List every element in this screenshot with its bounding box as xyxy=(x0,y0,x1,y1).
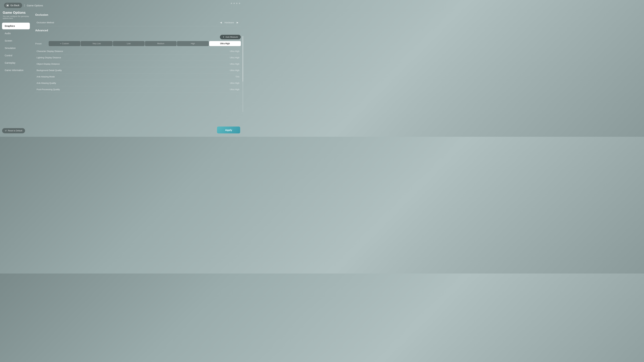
preset-very-low-button[interactable]: Very Low xyxy=(81,41,112,46)
character-display-value: Ultra High xyxy=(230,50,240,52)
edit-icon: ✏ xyxy=(60,43,62,44)
sidebar-item-screen[interactable]: Screen xyxy=(2,37,30,44)
apply-label: Apply xyxy=(225,129,232,131)
preset-medium-label: Medium xyxy=(157,42,164,45)
object-display-value: Ultra High xyxy=(230,63,240,65)
scroll-thumb xyxy=(242,36,243,82)
preset-high-button[interactable]: High xyxy=(177,41,209,46)
preset-row: Preset ✏ Custom Very Low Low Medium xyxy=(35,41,241,46)
occlusion-method-next-button[interactable]: ▶ xyxy=(236,21,240,24)
occlusion-section-header: Occlusion xyxy=(35,13,241,17)
background-detail-value: Ultra High xyxy=(230,69,240,71)
background-detail-label: Background Detail Quality xyxy=(36,69,62,71)
anti-aliasing-quality-value: Ultra High xyxy=(230,82,240,84)
anti-aliasing-mode-label: Anti-Aliasing Mode xyxy=(36,75,55,78)
setting-post-processing-quality: Post-Processing Quality Ultra High xyxy=(35,86,241,93)
sidebar-item-graphics[interactable]: Graphics xyxy=(2,23,30,29)
main-layout: Game Options You can configure the gamep… xyxy=(0,11,244,137)
settings-list: Character Display Distance Ultra High Li… xyxy=(35,48,241,93)
go-back-label: Go Back xyxy=(10,4,20,7)
preset-very-low-label: Very Low xyxy=(92,42,100,45)
page-title-block: Game Options You can configure the gamep… xyxy=(2,11,30,19)
occlusion-method-prev-button[interactable]: ◀ xyxy=(219,21,223,24)
occlusion-method-row: Occlusion Method ◀ Hardware ▶ xyxy=(35,19,241,26)
nav-page-title: Game Options xyxy=(27,4,43,7)
preset-options: ✏ Custom Very Low Low Medium High xyxy=(49,41,241,46)
occlusion-method-label: Occlusion Method xyxy=(36,21,54,24)
preset-label: Preset xyxy=(35,42,49,45)
anti-aliasing-quality-label: Anti-Aliasing Quality xyxy=(36,82,56,84)
preset-low-button[interactable]: Low xyxy=(113,41,144,46)
setting-character-display-distance: Character Display Distance Ultra High xyxy=(35,48,241,54)
sidebar-item-control[interactable]: Control xyxy=(2,52,30,59)
auto-measure-label: Auto Measure xyxy=(226,36,238,38)
preset-low-label: Low xyxy=(127,42,130,45)
setting-lighting-display-distance: Lighting Display Distance Ultra High xyxy=(35,54,241,61)
auto-measure-button[interactable]: ✦ Auto Measure xyxy=(220,35,241,39)
preset-ultra-high-button[interactable]: Ultra High xyxy=(209,41,241,46)
sidebar-item-simulation[interactable]: Simulation xyxy=(2,45,30,51)
sidebar: Game Options You can configure the gamep… xyxy=(0,11,32,137)
sidebar-item-gameplay[interactable]: Gameplay xyxy=(2,59,30,66)
advanced-section-header: Advanced xyxy=(35,29,241,33)
preset-high-label: High xyxy=(191,42,195,45)
lighting-display-value: Ultra High xyxy=(230,56,240,59)
go-back-button[interactable]: ◀ Go Back xyxy=(4,3,22,8)
apply-button[interactable]: Apply xyxy=(217,126,240,133)
sidebar-item-audio[interactable]: Audio xyxy=(2,30,30,37)
setting-object-display-distance: Object Display Distance Ultra High xyxy=(35,61,241,67)
nav-separator: | xyxy=(24,4,25,7)
lighting-display-label: Lighting Display Distance xyxy=(36,56,61,59)
setting-anti-aliasing-quality: Anti-Aliasing Quality Ultra High xyxy=(35,80,241,86)
anti-aliasing-mode-value: TAA xyxy=(236,75,240,78)
content-area: Occlusion Occlusion Method ◀ Hardware ▶ … xyxy=(32,11,244,137)
sidebar-item-game-information[interactable]: Game Information xyxy=(2,67,30,73)
setting-background-detail-quality: Background Detail Quality Ultra High xyxy=(35,67,241,73)
scroll-track[interactable] xyxy=(242,36,243,112)
occlusion-method-value: ◀ Hardware ▶ xyxy=(219,21,240,24)
setting-anti-aliasing-mode: Anti-Aliasing Mode TAA xyxy=(35,73,241,80)
back-arrow-icon: ◀ xyxy=(6,4,9,7)
preset-ultra-high-label: Ultra High xyxy=(220,42,230,45)
preset-container: ✦ Auto Measure Preset ✏ Custom Very Low … xyxy=(35,35,241,46)
occlusion-method-current: Hardware xyxy=(224,21,234,24)
preset-custom-label: Custom xyxy=(62,42,69,45)
post-processing-label: Post-Processing Quality xyxy=(36,88,60,91)
object-display-label: Object Display Distance xyxy=(36,63,60,65)
auto-measure-icon: ✦ xyxy=(223,36,224,38)
page-title: Game Options xyxy=(3,11,29,14)
post-processing-value: Ultra High xyxy=(230,88,240,91)
page-subtitle: You can configure the gameplay options h… xyxy=(3,15,29,19)
character-display-label: Character Display Distance xyxy=(36,50,63,52)
preset-custom-button[interactable]: ✏ Custom xyxy=(49,41,80,46)
top-navigation: ◀ Go Back | Game Options xyxy=(0,0,244,11)
preset-medium-button[interactable]: Medium xyxy=(145,41,176,46)
